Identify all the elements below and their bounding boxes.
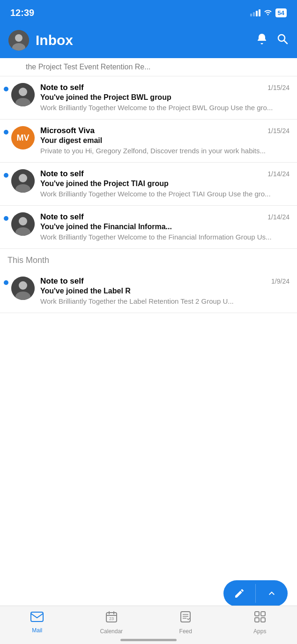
email-subject: You've joined the Project BWL group xyxy=(40,93,290,102)
email-content: Note to self 1/14/24 You've joined the F… xyxy=(40,212,290,242)
home-indicator xyxy=(120,639,177,641)
tab-apps[interactable]: Apps xyxy=(223,611,297,635)
status-time: 12:39 xyxy=(10,7,34,18)
status-icons: 54 xyxy=(250,8,287,17)
table-row[interactable]: Note to self 1/14/24 You've joined the F… xyxy=(0,206,297,249)
email-date: 1/14/24 xyxy=(267,213,290,221)
email-date: 1/9/24 xyxy=(271,277,290,285)
page-title: Inbox xyxy=(36,32,249,48)
apps-icon xyxy=(254,611,266,626)
avatar xyxy=(11,212,35,236)
email-preview: Private to you Hi, Gregory Zelfond, Disc… xyxy=(40,146,290,156)
this-month-email-list: Note to self 1/9/24 You've joined the La… xyxy=(0,270,297,313)
svg-rect-17 xyxy=(31,612,43,622)
section-label: This Month xyxy=(0,249,297,270)
svg-point-9 xyxy=(19,174,27,182)
svg-rect-23 xyxy=(181,612,190,622)
email-sender: Note to self xyxy=(40,277,84,286)
tab-calendar-label: Calendar xyxy=(100,628,123,635)
unread-indicator xyxy=(4,173,8,178)
tab-feed-label: Feed xyxy=(179,628,192,635)
notification-button[interactable] xyxy=(256,33,268,48)
feed-icon xyxy=(179,611,192,626)
email-subject: You've joined the Label R xyxy=(40,287,290,295)
avatar: MV xyxy=(11,126,35,150)
svg-point-15 xyxy=(19,281,27,290)
avatar[interactable] xyxy=(8,30,29,51)
avatar xyxy=(11,169,35,193)
compose-button[interactable] xyxy=(223,580,255,607)
svg-rect-28 xyxy=(261,612,265,616)
tab-bar: Mail 23 Calendar Feed xyxy=(0,606,297,644)
fab-area xyxy=(223,580,288,607)
email-subject: Your digest email xyxy=(40,136,290,145)
svg-text:23: 23 xyxy=(109,616,114,621)
email-preview: Work Brilliantly Together the Label Rete… xyxy=(40,296,290,306)
unread-indicator xyxy=(4,87,8,91)
mail-icon xyxy=(30,611,44,625)
battery-icon: 54 xyxy=(275,8,287,17)
email-content: Note to self 1/14/24 You've joined the P… xyxy=(40,169,290,199)
tab-calendar[interactable]: 23 Calendar xyxy=(74,611,149,635)
email-subject: You've joined the Project TIAI group xyxy=(40,180,290,188)
email-content: Microsoft Viva 1/15/24 Your digest email… xyxy=(40,126,290,156)
search-button[interactable] xyxy=(276,33,289,48)
email-sender: Note to self xyxy=(40,169,84,179)
header: Inbox xyxy=(0,24,297,58)
svg-point-1 xyxy=(15,34,22,42)
table-row[interactable]: Note to self 1/15/24 You've joined the P… xyxy=(0,76,297,120)
calendar-icon: 23 xyxy=(105,611,118,626)
tab-mail[interactable]: Mail xyxy=(0,611,74,634)
status-bar: 12:39 54 xyxy=(0,0,297,24)
email-content: Note to self 1/15/24 You've joined the P… xyxy=(40,83,290,112)
unread-indicator xyxy=(4,130,8,135)
email-date: 1/14/24 xyxy=(267,170,290,178)
avatar xyxy=(11,83,35,106)
email-subject: You've joined the Financial Informa... xyxy=(40,223,290,231)
email-content: Note to self 1/9/24 You've joined the La… xyxy=(40,277,290,306)
tab-mail-label: Mail xyxy=(32,627,42,634)
email-date: 1/15/24 xyxy=(267,127,290,135)
email-sender: Note to self xyxy=(40,83,84,92)
svg-line-4 xyxy=(284,41,288,44)
header-actions xyxy=(256,33,289,48)
table-row[interactable]: MV Microsoft Viva 1/15/24 Your digest em… xyxy=(0,120,297,163)
table-row[interactable]: Note to self 1/14/24 You've joined the P… xyxy=(0,163,297,206)
email-preview: Work Brilliantly Together Welcome to the… xyxy=(40,103,290,112)
email-sender: Note to self xyxy=(40,212,84,222)
svg-rect-27 xyxy=(255,612,259,616)
signal-icon xyxy=(250,9,260,16)
tab-feed[interactable]: Feed xyxy=(148,611,223,635)
truncated-item: the Project Test Event Retention Re... xyxy=(0,58,297,76)
email-date: 1/15/24 xyxy=(267,84,290,91)
unread-indicator xyxy=(4,280,8,285)
email-sender: Microsoft Viva xyxy=(40,126,95,135)
wifi-icon xyxy=(263,8,273,17)
scroll-up-button[interactable] xyxy=(256,580,288,607)
avatar xyxy=(11,277,35,300)
svg-rect-30 xyxy=(261,618,265,622)
email-preview: Work Brilliantly Together Welcome to the… xyxy=(40,189,290,199)
unread-indicator xyxy=(4,216,8,221)
table-row[interactable]: Note to self 1/9/24 You've joined the La… xyxy=(0,270,297,313)
email-list: Note to self 1/15/24 You've joined the P… xyxy=(0,76,297,249)
svg-point-12 xyxy=(19,217,27,225)
tab-apps-label: Apps xyxy=(253,628,266,635)
email-preview: Work Brilliantly Together Welcome to the… xyxy=(40,232,290,242)
svg-point-6 xyxy=(19,88,27,96)
svg-rect-29 xyxy=(255,618,259,622)
